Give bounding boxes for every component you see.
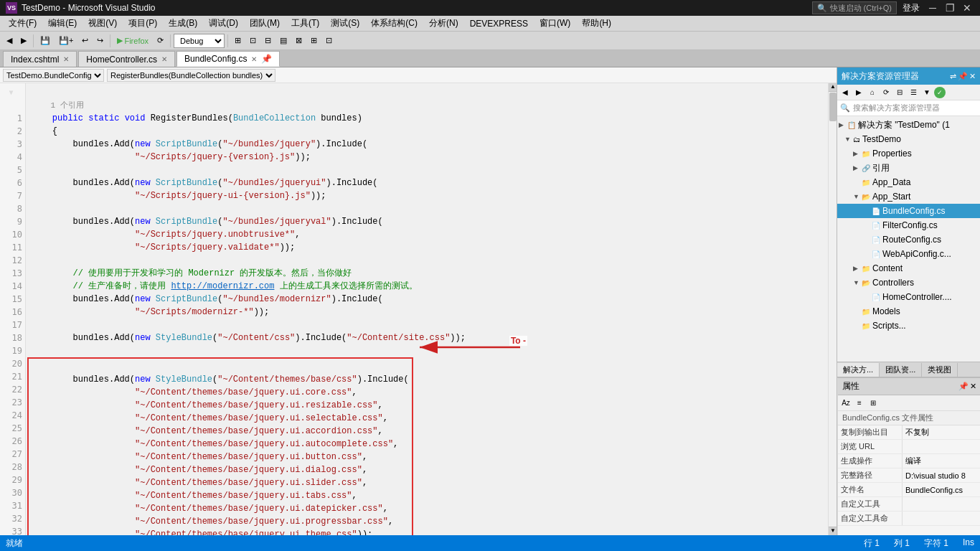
vs-icon: VS — [6, 2, 17, 14]
menu-test[interactable]: 测试(S) — [325, 16, 365, 31]
menu-file[interactable]: 文件(F) — [3, 16, 42, 31]
se-close-btn[interactable]: ✕ — [969, 72, 976, 81]
tree-solution[interactable]: ▶ 📋 解决方案 "TestDemo" (1 — [837, 118, 980, 132]
login-button[interactable]: 登录 — [903, 2, 920, 14]
tree-solution-label: 解决方案 "TestDemo" (1 — [858, 119, 950, 131]
browser-label: Firefox — [124, 37, 149, 45]
tree-models[interactable]: ▶ 📁 Models — [837, 304, 980, 319]
se-home-btn[interactable]: ⌂ — [866, 86, 879, 99]
menu-edit[interactable]: 编辑(E) — [42, 16, 83, 31]
code-editor[interactable]: 1 个引用 public static void RegisterBundles… — [26, 83, 828, 535]
toolbar: ◀ ▶ 💾 💾+ ↩ ↪ ▶ Firefox ⟳ Debug Release ⊞… — [0, 32, 980, 50]
tree-app-data[interactable]: ▶ 📁 App_Data — [837, 175, 980, 189]
se-pin-btn[interactable]: 📌 — [958, 72, 968, 81]
namespace-select[interactable]: TestDemo.BundleConfig — [3, 69, 104, 82]
tree-app-start[interactable]: ▼ 📂 App_Start — [837, 189, 980, 204]
menu-view[interactable]: 视图(V) — [83, 16, 123, 31]
toolbar-save[interactable]: 💾 — [37, 33, 54, 49]
se-sync-btn[interactable]: ⇌ — [950, 72, 956, 81]
tree-ref[interactable]: ▶ 🔗 引用 — [837, 161, 980, 175]
tree-filterconfig-label: FilterConfig.cs — [882, 220, 938, 230]
menu-window[interactable]: 窗口(W) — [534, 16, 576, 31]
close-button[interactable]: ✕ — [960, 1, 974, 15]
tab-index-cshtml[interactable]: Index.cshtml ✕ — [3, 51, 77, 67]
tree-routeconfig[interactable]: ▶ 📄 RouteConfig.cs — [837, 232, 980, 247]
menu-analyze[interactable]: 分析(N) — [423, 16, 464, 31]
scroll-down-arrow[interactable]: ▼ — [829, 527, 837, 535]
menu-devexpress[interactable]: DEVEXPRESS — [464, 17, 534, 30]
tab-class[interactable]: 类视图 — [922, 363, 958, 377]
menu-architecture[interactable]: 体系结构(C) — [365, 16, 423, 31]
se-refresh-btn[interactable]: ⟳ — [880, 86, 892, 99]
scroll-thumb[interactable] — [829, 93, 837, 121]
refresh-button[interactable]: ⟳ — [154, 33, 167, 49]
tree-filterconfig[interactable]: ▶ 📄 FilterConfig.cs — [837, 218, 980, 232]
tree-webapi-label: WebApiConfig.c... — [882, 249, 951, 259]
tree-scripts[interactable]: ▶ 📁 Scripts... — [837, 319, 980, 333]
solution-search-bar: 🔍 搜索解决方案资源管理器 — [837, 100, 980, 116]
location-bar: TestDemo.BundleConfig RegisterBundles(Bu… — [0, 67, 837, 83]
search-placeholder[interactable]: 搜索解决方案资源管理器 — [853, 103, 940, 113]
toolbar-redo[interactable]: ↪ — [93, 33, 107, 49]
se-collapse-btn[interactable]: ⊟ — [893, 86, 906, 99]
props-az-btn[interactable]: Az — [839, 397, 852, 410]
code-container[interactable]: ▼ 1 2 3 4 5 6 7 8 9 10 11 12 13 14 15 16… — [0, 83, 837, 535]
toolbar-btn3[interactable]: ⊟ — [261, 33, 275, 49]
tab-team[interactable]: 团队资... — [880, 363, 922, 377]
se-back-btn[interactable]: ◀ — [839, 86, 852, 99]
tree-content[interactable]: ▶ 📁 Content — [837, 261, 980, 276]
menu-debug[interactable]: 调试(D) — [203, 16, 244, 31]
quick-launch-placeholder[interactable]: 快速启动 (Ctrl+Q) — [830, 3, 892, 14]
tree-testdemo[interactable]: ▼ 🗂 TestDemo — [837, 132, 980, 146]
props-close-btn[interactable]: ✕ — [970, 382, 976, 391]
tree-controllers[interactable]: ▼ 📂 Controllers — [837, 276, 980, 290]
tab-pin-icon[interactable]: 📌 — [261, 54, 272, 64]
toolbar-btn7[interactable]: ⊡ — [322, 33, 336, 49]
props-key-build: 生成操作 — [838, 454, 903, 468]
tree-routeconfig-label: RouteConfig.cs — [882, 235, 941, 245]
props-key-copy: 复制到输出目 — [838, 425, 903, 439]
tree-properties[interactable]: ▶ 📁 Properties — [837, 146, 980, 161]
menu-team[interactable]: 团队(M) — [244, 16, 286, 31]
props-row-filename: 文件名 BundleConfig.cs — [838, 483, 980, 497]
tree-bundleconfig[interactable]: ▶ 📄 BundleConfig.cs — [837, 204, 980, 218]
toolbar-btn5[interactable]: ⊠ — [292, 33, 306, 49]
se-forward-btn[interactable]: ▶ — [852, 86, 865, 99]
toolbar-btn1[interactable]: ⊞ — [231, 33, 245, 49]
folder-open-icon: 📂 — [862, 279, 870, 287]
toolbar-btn2[interactable]: ⊡ — [246, 33, 260, 49]
run-button[interactable]: ▶ Firefox — [113, 33, 152, 49]
menu-help[interactable]: 帮助(H) — [576, 16, 617, 31]
props-pin-btn[interactable]: 📌 — [958, 382, 969, 391]
scroll-up-arrow[interactable]: ▲ — [829, 83, 837, 92]
toolbar-save-all[interactable]: 💾+ — [55, 33, 77, 49]
se-prop-btn[interactable]: ☰ — [907, 86, 920, 99]
restore-button[interactable]: ❐ — [943, 1, 957, 15]
toolbar-btn4[interactable]: ▤ — [276, 33, 291, 49]
vertical-scrollbar[interactable]: ▲ ▼ — [828, 83, 837, 535]
props-cat-btn[interactable]: ≡ — [853, 397, 866, 410]
debug-mode-select[interactable]: Debug Release — [174, 34, 225, 48]
play-icon: ▶ — [117, 36, 123, 45]
toolbar-forward[interactable]: ▶ — [17, 33, 30, 49]
toolbar-btn6[interactable]: ⊞ — [307, 33, 321, 49]
minimize-button[interactable]: ─ — [925, 1, 940, 15]
tab-solution[interactable]: 解决方... — [837, 363, 880, 377]
menu-tools[interactable]: 工具(T) — [286, 16, 325, 31]
props-prop-btn[interactable]: ⊞ — [867, 397, 880, 410]
line-numbers: ▼ 1 2 3 4 5 6 7 8 9 10 11 12 13 14 15 16… — [0, 83, 26, 535]
menu-project[interactable]: 项目(P) — [123, 16, 163, 31]
tree-app-data-label: App_Data — [872, 177, 910, 187]
tab-bundleconfig[interactable]: BundleConfig.cs ✕ 📌 — [176, 51, 280, 67]
tree-webapi[interactable]: ▶ 📄 WebApiConfig.c... — [837, 247, 980, 261]
tab-close-home[interactable]: ✕ — [161, 55, 167, 63]
method-select[interactable]: RegisterBundles(BundleCollection bundles… — [107, 69, 275, 82]
toolbar-undo[interactable]: ↩ — [78, 33, 92, 49]
tab-close-bundle[interactable]: ✕ — [251, 55, 257, 63]
tab-homecontroller[interactable]: HomeController.cs ✕ — [78, 51, 175, 67]
tree-homecontroller[interactable]: ▶ 📄 HomeController.... — [837, 290, 980, 304]
se-filter-btn[interactable]: ▼ — [920, 86, 933, 99]
menu-build[interactable]: 生成(B) — [163, 16, 203, 31]
toolbar-back[interactable]: ◀ — [3, 33, 16, 49]
tab-close-index[interactable]: ✕ — [63, 55, 69, 63]
